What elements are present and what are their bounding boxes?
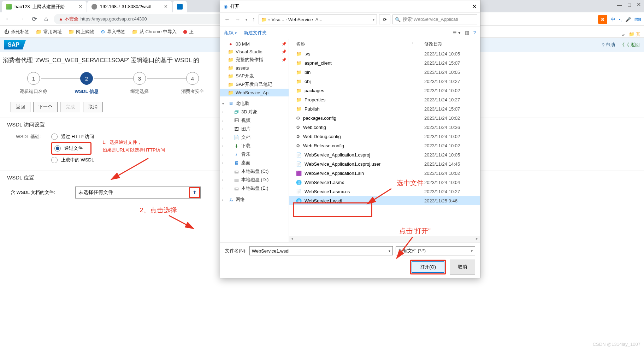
ime-toolbar: S 中 •, 🎤 ⌨ <box>598 15 641 24</box>
file-input[interactable]: ⬆ <box>75 187 201 199</box>
chevron-down-icon[interactable]: ▾ <box>244 18 249 22</box>
back-link[interactable]: 《《 返回 <box>620 42 640 48</box>
pin-icon: 📌 <box>282 49 286 54</box>
list-item[interactable]: ⚙packages.config2023/11/24 10:02 <box>289 113 480 123</box>
tree-item-pc: ▾🖥此电脑 <box>220 99 289 108</box>
list-item[interactable]: ⚙Web.Debug.config2023/11/24 10:02 <box>289 132 480 141</box>
search-input[interactable]: 🔍 搜索"WebService_Applicati <box>392 14 477 24</box>
browser-tab[interactable]: 192.168.7.31:8080/?wsdl ✕ <box>87 1 172 12</box>
nav-up-icon[interactable]: ↑ <box>251 16 256 23</box>
list-item[interactable]: 📁Publish2023/11/24 15:07 <box>289 104 480 113</box>
wsdl-basis-label: WSDL 基础: <box>16 134 48 140</box>
close-icon[interactable]: ✕ <box>472 3 477 10</box>
bookmark-common[interactable]: 📁常用网址 <box>36 29 62 35</box>
radio-http[interactable] <box>51 134 58 140</box>
radio-http-label: 通过 HTTP 访问 <box>61 134 94 140</box>
radio-file[interactable] <box>54 145 61 152</box>
list-item[interactable]: 📁bin2023/11/24 10:05 <box>289 67 480 77</box>
ime-cn[interactable]: 中 <box>611 16 615 23</box>
list-item[interactable]: 📁obj2023/11/24 10:27 <box>289 77 480 86</box>
cancel-button[interactable]: 取消 <box>450 260 475 274</box>
list-item[interactable]: 📁.vs2023/11/24 10:05 <box>289 49 480 58</box>
horizontal-scrollbar[interactable] <box>289 236 480 242</box>
list-header[interactable]: 名称 ˄ 修改日期 <box>289 39 480 49</box>
folder-tree[interactable]: ●03 MM📌 📁Visual Studio📌 📁完整的操作指📌 📁assets… <box>220 39 289 242</box>
file-filter[interactable]: 所有文件 (*.*)▾ <box>396 246 475 255</box>
bookmark-shopping[interactable]: 📁网上购物 <box>68 29 94 35</box>
nav-fwd-icon[interactable]: → <box>234 16 242 23</box>
list-item[interactable]: 📁packages2023/11/24 10:02 <box>289 86 480 95</box>
chevron-down-icon[interactable]: ▾ <box>373 18 374 22</box>
list-item[interactable]: 🟪WebService_Application1.sln2023/11/24 1… <box>289 168 480 178</box>
minimize-icon[interactable]: — <box>617 2 622 8</box>
home-icon[interactable]: ⌂ <box>43 15 49 23</box>
bookmark-import[interactable]: ⚙导入书签 <box>101 29 125 35</box>
chevron-down-icon: ▾ <box>389 249 390 253</box>
tab-title: 192.168.7.31:8080/?wsdl <box>100 4 151 9</box>
back-button[interactable]: 返回 <box>11 102 30 112</box>
tree-item: 📁完整的操作指📌 <box>220 55 289 64</box>
organize-menu[interactable]: 组织 ▾ <box>224 30 237 36</box>
ime-punct-icon[interactable]: •, <box>619 17 622 22</box>
file-text[interactable] <box>76 190 189 195</box>
close-icon[interactable]: ✕ <box>164 4 168 9</box>
power-icon: ⏻ <box>4 29 9 35</box>
gear-icon: ⚙ <box>101 29 105 35</box>
dialog-titlebar: ◉ 打开 ✕ <box>220 0 480 12</box>
list-item[interactable]: 📄WebService_Application1.csproj.user2023… <box>289 159 480 168</box>
next-button[interactable]: 下一个 <box>33 102 58 112</box>
file-open-dialog: ◉ 打开 ✕ ← → ▾ ↑ 📁 « Visu...› WebService_A… <box>220 0 480 278</box>
arrow-icon <box>165 213 201 234</box>
list-item[interactable]: 📁Properties2023/11/24 10:27 <box>289 95 480 104</box>
search-placeholder: 搜索"WebService_Applicati <box>403 16 458 23</box>
forward-icon[interactable]: → <box>17 15 26 23</box>
folder-icon: 📁 <box>68 29 74 35</box>
list-item[interactable]: ⚙Web.Release.config2023/11/24 10:02 <box>289 141 480 150</box>
mic-icon[interactable]: 🎤 <box>625 17 631 22</box>
radio-upload[interactable] <box>51 157 58 163</box>
keyboard-icon[interactable]: ⌨ <box>634 17 641 22</box>
close-icon[interactable]: ✕ <box>78 4 82 9</box>
chevron-down-icon: ▾ <box>471 249 473 253</box>
wizard-step-4[interactable]: 4消费者安全 <box>166 72 219 95</box>
reload-icon[interactable]: ⟳ <box>30 15 39 23</box>
preview-icon[interactable]: ▥ <box>465 30 469 35</box>
path-breadcrumb[interactable]: 📁 « Visu...› WebService_A... ▾ <box>259 14 377 24</box>
close-icon[interactable]: ✕ <box>637 1 641 8</box>
back-icon[interactable]: ← <box>4 15 13 23</box>
upload-icon[interactable]: ⬆ <box>189 187 200 198</box>
filename-input[interactable]: WebService1.wsdl▾ <box>249 246 393 255</box>
wizard-step-2[interactable]: 2WSDL 信息 <box>60 72 113 95</box>
folder-icon: 📁 <box>36 29 42 35</box>
bookmark-chrome-import[interactable]: 📁从 Chrome 中导入 <box>132 29 177 35</box>
refresh-icon[interactable]: ⟳ <box>379 14 390 24</box>
sort-icon[interactable]: ˄ <box>412 42 414 46</box>
maximize-icon[interactable]: □ <box>628 2 631 8</box>
insecure-badge: ▲ 不安全 <box>59 16 78 22</box>
list-item[interactable]: ⚙Web.config2023/11/24 10:36 <box>289 123 480 132</box>
list-item[interactable]: 📄WebService1.asmx.cs2023/11/24 10:27 <box>289 187 480 196</box>
list-item[interactable]: 🌐WebService1.asmx2023/11/24 10:04 <box>289 178 480 187</box>
bookmark-shield[interactable]: ⬣正 <box>183 29 194 35</box>
view-icon[interactable]: ☰ ▾ <box>453 30 461 35</box>
list-item[interactable]: 📄WebService_Application1.csproj2023/11/2… <box>289 150 480 159</box>
shield-icon: ⬣ <box>183 29 187 35</box>
help-link[interactable]: ? 帮助 <box>602 42 615 48</box>
wizard-step-1[interactable]: 1逻辑端口名称 <box>7 72 60 95</box>
help-icon[interactable]: ? <box>473 30 476 35</box>
new-folder-button[interactable]: 新建文件夹 <box>244 30 267 36</box>
browser-tab-partial[interactable] <box>173 1 187 12</box>
wizard-step-3[interactable]: 3绑定选择 <box>113 72 166 95</box>
tree-item: ›🖴本地磁盘 (E:) <box>220 184 289 193</box>
list-item[interactable]: 📁aspnet_client2023/11/24 15:07 <box>289 58 480 67</box>
folder-icon[interactable]: 📁 其 <box>629 31 640 37</box>
dialog-footer: 文件名(N): WebService1.wsdl▾ 所有文件 (*.*)▾ 打开… <box>220 242 480 278</box>
sogou-icon[interactable]: S <box>598 15 607 24</box>
cancel-button[interactable]: 取消 <box>83 102 103 112</box>
bookmark-kill-tabs[interactable]: ⏻杀死标签 <box>4 29 29 35</box>
chevron-right-icon[interactable]: » <box>622 32 625 37</box>
nav-back-icon[interactable]: ← <box>223 16 231 23</box>
browser-tab[interactable]: hao123_上网从这里开始 ✕ <box>2 1 87 12</box>
tab-title: hao123_上网从这里开始 <box>14 4 65 10</box>
open-button[interactable]: 打开(O) <box>412 261 444 273</box>
